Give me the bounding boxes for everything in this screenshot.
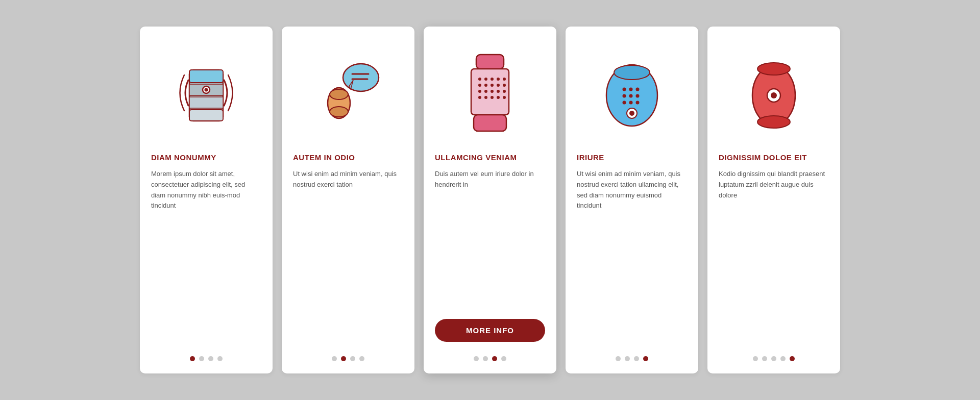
- card-4-text: Ut wisi enim ad minim veniam, quis nostr…: [577, 169, 687, 347]
- svg-point-45: [623, 101, 626, 105]
- card-1-text: Morem ipsum dolor sit amet, consectetuer…: [151, 169, 261, 347]
- dot: [217, 356, 223, 361]
- card-4-dots: [577, 356, 687, 361]
- svg-point-24: [497, 84, 500, 87]
- svg-point-16: [478, 78, 481, 81]
- dot: [199, 356, 204, 361]
- svg-point-31: [478, 96, 481, 99]
- svg-point-34: [497, 96, 500, 99]
- svg-point-40: [629, 88, 633, 91]
- svg-point-30: [503, 90, 506, 93]
- more-info-button[interactable]: MORE INFO: [435, 319, 545, 342]
- speaker-chat-icon: [312, 49, 384, 136]
- svg-point-20: [503, 78, 506, 81]
- svg-rect-36: [474, 115, 506, 131]
- svg-point-12: [330, 89, 348, 99]
- dot: [762, 356, 767, 361]
- svg-point-27: [484, 90, 487, 93]
- svg-point-35: [503, 96, 506, 99]
- svg-point-6: [205, 88, 208, 92]
- svg-point-32: [484, 96, 487, 99]
- card-2-text: Ut wisi enim ad minim veniam, quis nostr…: [293, 169, 403, 347]
- dot: [501, 356, 506, 361]
- speaker-wave-icon: [173, 49, 239, 136]
- card-3-title: ULLAMCING VENIAM: [435, 153, 545, 162]
- svg-point-38: [614, 65, 650, 80]
- svg-point-43: [629, 94, 633, 98]
- dot: [208, 356, 213, 361]
- svg-point-22: [484, 84, 487, 87]
- card-3-icon-area: [435, 42, 545, 144]
- dot: [780, 356, 786, 361]
- dot-active: [492, 356, 497, 361]
- svg-point-26: [478, 90, 481, 93]
- svg-point-42: [623, 94, 626, 98]
- dot: [350, 356, 355, 361]
- humidifier-lantern-icon: [457, 44, 523, 141]
- svg-point-33: [491, 96, 494, 99]
- dot: [359, 356, 364, 361]
- svg-point-52: [757, 116, 790, 128]
- card-1-icon-area: [151, 42, 261, 144]
- card-4-icon-area: [577, 42, 687, 144]
- svg-point-21: [478, 84, 481, 87]
- card-2: AUTEM IN ODIO Ut wisi enim ad minim veni…: [282, 27, 414, 373]
- svg-point-44: [636, 94, 640, 98]
- card-2-icon-area: [293, 42, 403, 144]
- svg-point-7: [343, 64, 379, 91]
- card-3-dots: [435, 356, 545, 361]
- svg-point-19: [497, 78, 500, 81]
- svg-rect-3: [189, 97, 223, 108]
- svg-point-54: [771, 92, 777, 98]
- card-2-title: AUTEM IN ODIO: [293, 153, 403, 162]
- card-3: ULLAMCING VENIAM Duis autem vel eum iriu…: [424, 27, 556, 373]
- svg-point-17: [484, 78, 487, 81]
- dot: [771, 356, 776, 361]
- svg-point-49: [629, 111, 634, 116]
- card-1-title: DIAM NONUMMY: [151, 153, 261, 162]
- svg-point-46: [629, 101, 633, 105]
- svg-point-47: [636, 101, 640, 105]
- dot: [634, 356, 639, 361]
- svg-rect-14: [476, 55, 504, 69]
- dot: [753, 356, 758, 361]
- cards-container: DIAM NONUMMY Morem ipsum dolor sit amet,…: [0, 6, 980, 394]
- dot: [332, 356, 337, 361]
- card-5-text: Kodio dignissim qui blandit praesent lup…: [719, 169, 829, 347]
- svg-rect-1: [189, 70, 223, 83]
- card-1-dots: [151, 356, 261, 361]
- card-4: IRIURE Ut wisi enim ad minim veniam, qui…: [566, 27, 698, 373]
- svg-point-23: [491, 84, 494, 87]
- dot: [616, 356, 621, 361]
- dot: [474, 356, 479, 361]
- svg-point-39: [623, 88, 626, 91]
- card-2-dots: [293, 356, 403, 361]
- svg-point-13: [330, 107, 348, 117]
- card-5-title: DIGNISSIM DOLOE EIT: [719, 153, 829, 162]
- svg-rect-4: [189, 110, 223, 121]
- svg-point-29: [497, 90, 500, 93]
- dot-active: [790, 356, 795, 361]
- card-3-text: Duis autem vel eum iriure dolor in hendr…: [435, 169, 545, 310]
- svg-point-41: [636, 88, 640, 91]
- svg-point-18: [491, 78, 494, 81]
- card-1: DIAM NONUMMY Morem ipsum dolor sit amet,…: [140, 27, 273, 373]
- card-5-dots: [719, 356, 829, 361]
- dot: [483, 356, 488, 361]
- svg-point-28: [491, 90, 494, 93]
- card-4-title: IRIURE: [577, 153, 687, 162]
- svg-point-51: [757, 63, 790, 75]
- dot: [625, 356, 630, 361]
- barrel-speaker-icon: [746, 49, 802, 136]
- dot-active: [341, 356, 346, 361]
- card-5: DIGNISSIM DOLOE EIT Kodio dignissim qui …: [707, 27, 840, 373]
- svg-point-25: [503, 84, 506, 87]
- card-5-icon-area: [719, 42, 829, 144]
- round-speaker-icon: [599, 49, 665, 136]
- dot-active: [190, 356, 195, 361]
- dot-active: [643, 356, 648, 361]
